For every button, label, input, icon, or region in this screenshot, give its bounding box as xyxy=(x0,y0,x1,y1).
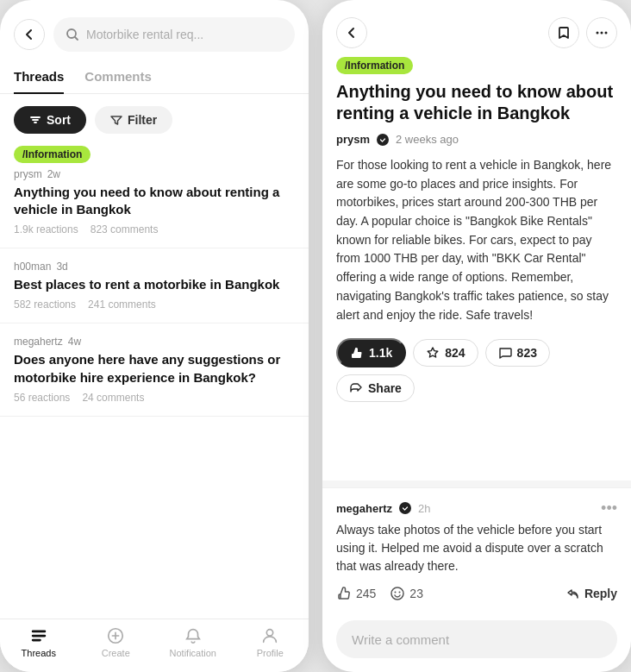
thread-reactions: 582 reactions xyxy=(14,298,76,311)
back-icon xyxy=(22,28,36,41)
reply-button[interactable]: Reply xyxy=(566,587,617,600)
thread-item[interactable]: /Information prysm 2w Anything you need … xyxy=(0,141,309,249)
comment-author-left: megahertz 2h xyxy=(336,502,431,515)
thread-time: 3d xyxy=(56,261,67,273)
like-button[interactable]: 1.1k xyxy=(336,338,406,367)
share-icon xyxy=(349,381,363,395)
reply-icon xyxy=(566,587,580,600)
bookmark-button[interactable] xyxy=(548,17,579,48)
comment-reactions: 245 23 Reply xyxy=(336,586,617,601)
nav-threads[interactable]: Threads xyxy=(0,626,78,658)
svg-point-6 xyxy=(597,32,599,35)
comment-more-button[interactable]: ••• xyxy=(601,500,617,516)
post-title: Anything you need to know about renting … xyxy=(336,81,617,124)
filter-button[interactable]: Filter xyxy=(95,106,172,134)
nav-create-label: Create xyxy=(102,648,130,658)
more-icon xyxy=(595,26,609,40)
like-icon xyxy=(350,346,364,360)
post-time: 2 weeks ago xyxy=(396,133,459,146)
share-label: Share xyxy=(368,381,402,395)
thread-time: 2w xyxy=(47,168,60,180)
svg-rect-1 xyxy=(32,631,47,633)
thread-item[interactable]: h00man 3d Best places to rent a motorbik… xyxy=(0,248,309,323)
post-body: For those looking to rent a vehicle in B… xyxy=(336,156,617,324)
search-bar[interactable]: Motorbike rental req... xyxy=(53,17,295,52)
bottom-nav: Threads Create Notification Profile xyxy=(0,619,309,672)
thread-item[interactable]: megahertz 4w Does anyone here have any s… xyxy=(0,323,309,417)
search-icon xyxy=(66,28,79,41)
thread-reactions: 56 reactions xyxy=(14,392,70,404)
comment-count-button[interactable]: 823 xyxy=(485,339,550,367)
nav-notification[interactable]: Notification xyxy=(154,626,232,658)
thumbs-up-icon xyxy=(336,586,352,601)
thread-time: 4w xyxy=(68,336,81,348)
comment-like-button[interactable]: 245 xyxy=(336,586,376,601)
thread-title: Anything you need to know about renting … xyxy=(14,184,295,219)
post-author-row: prysm 2 weeks ago xyxy=(336,133,617,146)
tab-threads[interactable]: Threads xyxy=(14,60,64,94)
tab-comments[interactable]: Comments xyxy=(84,60,152,94)
reply-label: Reply xyxy=(584,587,617,600)
sort-label: Sort xyxy=(47,113,71,127)
thread-author: h00man xyxy=(14,261,51,273)
nav-notification-label: Notification xyxy=(170,648,216,658)
search-placeholder: Motorbike rental req... xyxy=(86,28,203,41)
thread-meta: h00man 3d xyxy=(14,261,295,273)
star-button[interactable]: 824 xyxy=(413,339,478,367)
sort-button[interactable]: Sort xyxy=(14,106,86,134)
share-button[interactable]: Share xyxy=(336,374,415,402)
top-bar xyxy=(322,0,631,57)
svg-point-8 xyxy=(605,32,608,35)
thread-author: prysm xyxy=(14,168,42,180)
bookmark-icon xyxy=(557,26,571,40)
svg-point-9 xyxy=(391,587,403,600)
back-button[interactable] xyxy=(336,17,367,48)
thread-comments: 241 comments xyxy=(88,298,156,311)
comment-verified-icon xyxy=(399,502,411,514)
thread-badge: /Information xyxy=(14,146,91,163)
svg-point-10 xyxy=(395,592,397,593)
thread-stats: 582 reactions 241 comments xyxy=(14,298,295,311)
thread-list: /Information prysm 2w Anything you need … xyxy=(0,141,309,619)
more-options-button[interactable] xyxy=(586,17,617,48)
comment-laugh-count: 23 xyxy=(409,587,423,600)
comment-icon xyxy=(498,346,512,360)
thread-author: megahertz xyxy=(14,336,63,348)
thread-stats: 56 reactions 24 comments xyxy=(14,392,295,404)
star-count: 824 xyxy=(445,346,465,360)
comment-author: megahertz xyxy=(336,502,392,515)
verified-icon xyxy=(377,134,389,146)
back-button[interactable] xyxy=(14,19,45,50)
thread-stats: 1.9k reactions 823 comments xyxy=(14,223,295,236)
thread-meta: megahertz 4w xyxy=(14,336,295,348)
star-icon xyxy=(426,346,440,360)
comment-count: 823 xyxy=(517,346,537,360)
nav-profile[interactable]: Profile xyxy=(232,626,309,658)
thread-title: Best places to rent a motorbike in Bangk… xyxy=(14,276,295,293)
post-content: /Information Anything you need to know a… xyxy=(322,57,631,480)
comment-laugh-button[interactable]: 23 xyxy=(390,586,423,601)
nav-create[interactable]: Create xyxy=(78,626,155,658)
write-comment-placeholder: Write a comment xyxy=(352,632,449,647)
thread-comments: 823 comments xyxy=(91,223,159,236)
sort-icon xyxy=(29,114,41,126)
notification-nav-icon xyxy=(184,626,203,645)
thread-meta: prysm 2w xyxy=(14,168,295,180)
comment-author-row: megahertz 2h ••• xyxy=(336,500,617,516)
svg-rect-3 xyxy=(32,639,41,642)
divider xyxy=(322,480,631,487)
badge-label: /Information xyxy=(336,57,413,74)
svg-point-5 xyxy=(267,630,273,636)
reaction-row: 1.1k 824 823 Share xyxy=(336,338,617,402)
svg-rect-2 xyxy=(32,635,47,637)
post-badge: /Information xyxy=(336,57,617,74)
filter-label: Filter xyxy=(128,113,157,127)
tabs-container: Threads Comments xyxy=(0,60,309,94)
write-comment-bar[interactable]: Write a comment xyxy=(336,620,617,658)
filter-icon xyxy=(110,114,122,126)
thread-reactions: 1.9k reactions xyxy=(14,223,78,236)
thread-comments: 24 comments xyxy=(82,392,144,404)
comment-body: Always take photos of the vehicle before… xyxy=(336,521,617,575)
post-author: prysm xyxy=(336,133,370,146)
svg-point-11 xyxy=(399,592,401,593)
